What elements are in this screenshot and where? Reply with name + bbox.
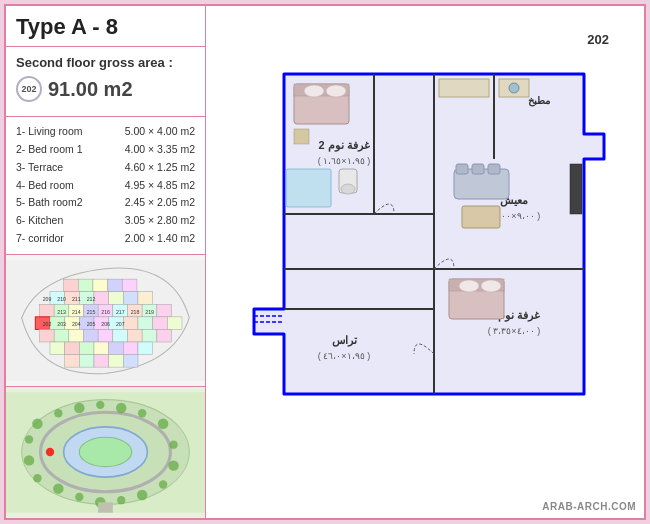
svg-rect-38 — [127, 329, 142, 342]
area-row: 202 91.00 m2 — [16, 76, 195, 102]
svg-text:( ١،٩٥×٤٦،٠ ): ( ١،٩٥×٤٦،٠ ) — [318, 351, 370, 361]
svg-rect-130 — [439, 79, 489, 97]
mini-floor-svg: 202 203 204 205 206 207 213 214 215 216 … — [6, 255, 205, 386]
room-name: 4- Bed room — [16, 177, 125, 195]
svg-rect-9 — [94, 292, 109, 305]
svg-point-82 — [169, 440, 177, 448]
svg-point-81 — [158, 418, 168, 428]
room-dim: 4.95 × 4.85 m2 — [125, 177, 195, 195]
svg-text:202: 202 — [43, 321, 52, 327]
svg-rect-47 — [138, 342, 153, 355]
svg-point-78 — [96, 401, 104, 409]
mini-floor-plan: 202 203 204 205 206 207 213 214 215 216 … — [6, 255, 205, 387]
info-box: Second floor gross area : 202 91.00 m2 — [6, 47, 205, 117]
svg-rect-33 — [54, 329, 69, 342]
room-dim: 5.00 × 4.00 m2 — [125, 123, 195, 141]
room-dim: 3.05 × 2.80 m2 — [125, 212, 195, 230]
svg-point-75 — [32, 418, 42, 428]
svg-rect-44 — [94, 342, 109, 355]
room-name: 2- Bed room 1 — [16, 141, 125, 159]
svg-text:219: 219 — [145, 309, 154, 315]
svg-point-88 — [75, 493, 83, 501]
room-dim: 4.60 × 1.25 m2 — [125, 159, 195, 177]
svg-text:218: 218 — [131, 309, 140, 315]
svg-text:217: 217 — [116, 309, 125, 315]
svg-text:205: 205 — [87, 321, 96, 327]
svg-point-83 — [168, 460, 178, 470]
svg-rect-34 — [69, 329, 84, 342]
room-name: 7- corridor — [16, 230, 125, 248]
svg-point-92 — [25, 435, 33, 443]
svg-rect-21 — [157, 304, 172, 317]
svg-text:211: 211 — [72, 296, 81, 302]
list-item: 2- Bed room 1 4.00 × 3.35 m2 — [16, 141, 195, 159]
svg-rect-11 — [123, 292, 138, 305]
svg-rect-1 — [64, 279, 79, 292]
svg-point-91 — [24, 455, 34, 465]
svg-rect-41 — [50, 342, 65, 355]
svg-rect-12 — [138, 292, 153, 305]
svg-rect-35 — [84, 329, 99, 342]
svg-rect-118 — [488, 164, 500, 174]
svg-rect-119 — [462, 206, 500, 228]
svg-point-134 — [341, 184, 355, 194]
svg-rect-36 — [98, 329, 113, 342]
right-panel: 202 معيش ( ٩،٠٠×٤،٠٠ ) — [206, 6, 644, 518]
list-item: 7- corridor 2.00 × 1.40 m2 — [16, 230, 195, 248]
svg-point-84 — [159, 480, 167, 488]
svg-rect-42 — [65, 342, 80, 355]
svg-text:تراس: تراس — [332, 334, 358, 347]
rooms-list: 1- Living room 5.00 × 4.00 m2 2- Bed roo… — [6, 117, 205, 254]
svg-text:209: 209 — [43, 296, 52, 302]
title-box: Type A - 8 — [6, 6, 205, 47]
area-value: 91.00 m2 — [48, 78, 133, 101]
svg-rect-31 — [167, 317, 182, 330]
svg-text:216: 216 — [101, 309, 110, 315]
room-name: 1- Living room — [16, 123, 125, 141]
svg-rect-49 — [79, 354, 94, 367]
list-item: 6- Kitchen 3.05 × 2.80 m2 — [16, 212, 195, 230]
svg-rect-4 — [108, 279, 123, 292]
svg-rect-93 — [98, 502, 113, 512]
svg-rect-40 — [157, 329, 172, 342]
room-name: 5- Bath room2 — [16, 194, 125, 212]
svg-rect-135 — [286, 169, 331, 207]
svg-point-85 — [137, 490, 147, 500]
svg-rect-46 — [123, 342, 138, 355]
svg-text:212: 212 — [87, 296, 96, 302]
svg-rect-30 — [153, 317, 168, 330]
list-item: 1- Living room 5.00 × 4.00 m2 — [16, 123, 195, 141]
svg-rect-117 — [472, 164, 484, 174]
svg-rect-3 — [93, 279, 108, 292]
svg-point-132 — [509, 83, 519, 93]
svg-point-128 — [459, 280, 479, 292]
svg-rect-28 — [123, 317, 138, 330]
svg-point-129 — [481, 280, 501, 292]
svg-rect-125 — [294, 129, 309, 144]
svg-text:210: 210 — [57, 296, 66, 302]
watermark: ARAB-ARCH.COM — [542, 501, 636, 512]
svg-rect-116 — [456, 164, 468, 174]
room-name: 6- Kitchen — [16, 212, 125, 230]
svg-point-76 — [54, 409, 62, 417]
svg-rect-13 — [40, 304, 55, 317]
svg-point-74 — [79, 437, 131, 466]
svg-rect-48 — [65, 354, 80, 367]
svg-rect-52 — [123, 354, 138, 367]
svg-rect-43 — [79, 342, 94, 355]
page-title: Type A - 8 — [16, 14, 195, 40]
svg-point-77 — [74, 403, 84, 413]
mini-site-svg — [6, 387, 205, 518]
svg-text:مطبخ: مطبخ — [528, 95, 550, 107]
svg-rect-45 — [109, 342, 124, 355]
list-item: 3- Terrace 4.60 × 1.25 m2 — [16, 159, 195, 177]
mini-site-plan — [6, 387, 205, 518]
room-dim: 2.45 × 2.05 m2 — [125, 194, 195, 212]
svg-text:( ٤،٠٠×٣،٣٥ ): ( ٤،٠٠×٣،٣٥ ) — [488, 326, 540, 336]
svg-point-123 — [304, 85, 324, 97]
svg-text:206: 206 — [101, 321, 110, 327]
svg-text:( ١،٩٥×١،٦٥ ): ( ١،٩٥×١،٦٥ ) — [318, 156, 370, 166]
svg-text:215: 215 — [87, 309, 96, 315]
svg-rect-32 — [40, 329, 55, 342]
svg-point-86 — [117, 496, 125, 504]
